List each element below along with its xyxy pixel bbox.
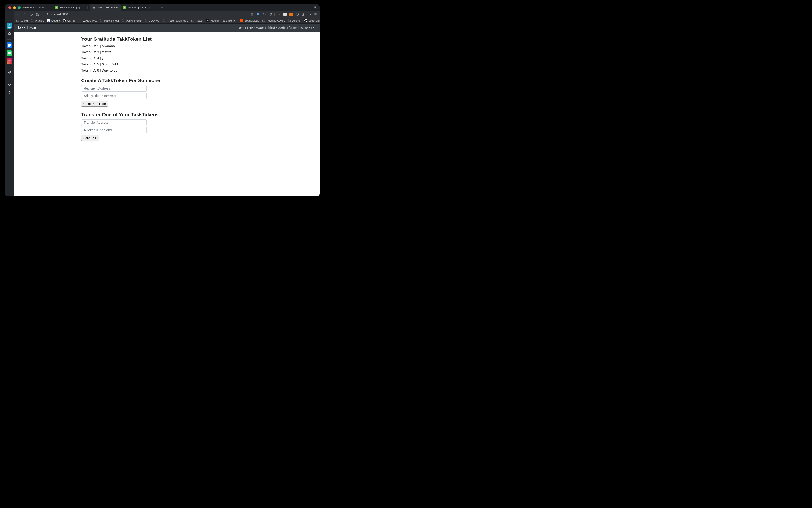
svg-point-1: [9, 60, 10, 62]
dock-star-icon[interactable]: [6, 31, 12, 37]
dock-more-icon[interactable]: •••: [5, 190, 13, 193]
folder-icon: [191, 19, 195, 22]
brand-name: Takk Token: [17, 25, 37, 30]
wallet-address: 0xd147c6b79a041cbb3f3900b21f8ce4ec078031…: [239, 26, 316, 30]
cube-icon[interactable]: [295, 12, 299, 16]
heart-icon[interactable]: [269, 12, 272, 16]
dock-history-icon[interactable]: [6, 89, 12, 95]
download-icon[interactable]: [301, 12, 305, 16]
camera-icon[interactable]: [250, 12, 254, 16]
tab-title: Make School Students - Calend: [22, 6, 47, 9]
maximize-window-button[interactable]: [18, 6, 21, 9]
dock-home-icon[interactable]: [6, 23, 12, 29]
extension-icon[interactable]: [283, 12, 287, 16]
bookmark-item[interactable]: SoundCloud: [240, 19, 259, 22]
bookmarks-bar: Voting Articles GGoogle GitHub ✓WAKATIME…: [13, 18, 320, 24]
bookmark-item[interactable]: Presentation tools: [162, 19, 188, 22]
page-content: Your Gratitude TakkToken List Token ID: …: [81, 32, 217, 155]
divider: [156, 6, 156, 9]
divider: [42, 13, 42, 16]
bookmark-item[interactable]: Articles: [31, 19, 44, 22]
browser-window: ••• 11 Make School Students - Calend w J…: [5, 4, 320, 196]
svg-rect-9: [251, 13, 253, 15]
svg-rect-7: [38, 14, 39, 15]
svg-rect-6: [37, 14, 37, 15]
soundcloud-icon: [240, 19, 243, 22]
bookmark-item[interactable]: MMedium – a place to...: [206, 19, 237, 22]
bookmark-item[interactable]: CODING: [145, 19, 160, 22]
bookmark-item[interactable]: Housing Advice: [262, 19, 285, 22]
folder-icon: [31, 19, 34, 22]
token-row: Token ID: 1 | blwaaaa: [81, 44, 217, 48]
browser-tab[interactable]: w JavaScript String toLowerCase: [121, 4, 158, 11]
transfer-address-input[interactable]: [81, 119, 147, 126]
transfer-heading: Transfer One of Your TakkTokens: [81, 112, 217, 117]
folder-icon: [100, 19, 103, 22]
new-tab-button[interactable]: +: [160, 5, 164, 10]
bookmark-item[interactable]: Health: [191, 19, 203, 22]
page-navbar: Takk Token 0xd147c6b79a041cbb3f3900b21f8…: [13, 24, 320, 32]
dock-instagram-icon[interactable]: [6, 58, 12, 64]
bookmark-item[interactable]: GitHub: [63, 19, 76, 22]
dock-messenger-icon[interactable]: [6, 42, 12, 48]
google-icon: G: [47, 19, 50, 22]
tab-strip: 11 Make School Students - Calend w JavaS…: [13, 4, 320, 11]
bookmark-item[interactable]: code_snippets/Djan...: [304, 19, 320, 22]
svg-rect-5: [38, 13, 39, 14]
tab-title: Takk Token Wallet: [97, 6, 118, 9]
bookmark-item[interactable]: Voting: [16, 19, 28, 22]
svg-rect-4: [37, 13, 37, 14]
divider: [7, 67, 11, 67]
play-icon[interactable]: [262, 12, 266, 16]
recipient-address-input[interactable]: [81, 85, 147, 92]
dock-whatsapp-icon[interactable]: [6, 50, 12, 56]
divider: [50, 6, 50, 9]
battery-icon[interactable]: [308, 12, 311, 16]
metamask-icon[interactable]: [289, 12, 293, 16]
gratitude-message-input[interactable]: [81, 93, 147, 99]
extension-icon[interactable]: ↘: [277, 12, 281, 16]
bookmark-item[interactable]: ✓WAKATIME: [78, 19, 97, 22]
window-controls: [8, 6, 21, 9]
address-bar[interactable]: localhost:3000: [45, 12, 68, 16]
svg-rect-0: [8, 60, 10, 62]
toolbar-right: ↘: [250, 12, 317, 16]
bookmark-item[interactable]: Assignments: [122, 19, 141, 22]
minimize-window-button[interactable]: [13, 6, 16, 9]
send-takk-button[interactable]: Send Takk: [81, 135, 99, 141]
token-id-input[interactable]: [81, 127, 147, 133]
browser-tab[interactable]: w JavaScript Popup Boxes: [52, 4, 90, 11]
create-heading: Create A TakkToken For Someone: [81, 78, 217, 83]
dock-send-icon[interactable]: [6, 70, 12, 75]
dock-heart-icon[interactable]: [6, 81, 12, 87]
search-icon[interactable]: [314, 6, 317, 10]
folder-icon: [122, 19, 125, 22]
page-viewport: Takk Token 0xd147c6b79a041cbb3f3900b21f8…: [13, 24, 320, 196]
back-button[interactable]: [16, 12, 20, 16]
tab-title: JavaScript Popup Boxes: [59, 6, 84, 9]
github-icon: [63, 19, 66, 22]
token-row: Token ID: 3 | testtttt: [81, 50, 217, 54]
bookmark-item[interactable]: Ableton: [288, 19, 301, 22]
create-form: Create Gratitude: [81, 85, 217, 107]
reload-button[interactable]: [29, 12, 33, 16]
svg-point-3: [314, 6, 316, 8]
forward-button[interactable]: [23, 12, 27, 16]
browser-tab[interactable]: 11 Make School Students - Calend: [15, 4, 52, 11]
bookmark-item[interactable]: MakeSchool: [100, 19, 119, 22]
browser-tab-active[interactable]: ▤ Takk Token Wallet: [90, 4, 121, 11]
menu-icon[interactable]: [314, 12, 317, 16]
create-gratitude-button[interactable]: Create Gratitude: [81, 100, 108, 107]
shield-icon[interactable]: [256, 12, 260, 16]
github-icon: [304, 19, 308, 22]
apps-grid-icon[interactable]: [36, 12, 40, 16]
close-window-button[interactable]: [8, 6, 11, 9]
folder-icon: [262, 19, 266, 22]
token-row: Token ID: 6 | Way to go!: [81, 68, 217, 73]
divider: [7, 39, 11, 40]
wakatime-icon: ✓: [78, 19, 82, 22]
tab-title: JavaScript String toLowerCase: [128, 6, 152, 9]
transfer-form: Send Takk: [81, 119, 217, 141]
bookmark-item[interactable]: GGoogle: [47, 19, 60, 22]
token-row: Token ID: 5 | Good Job!: [81, 62, 217, 67]
